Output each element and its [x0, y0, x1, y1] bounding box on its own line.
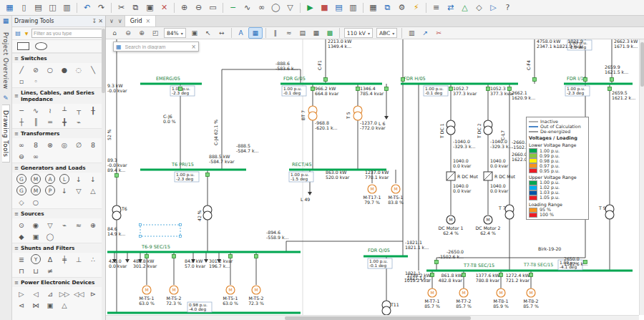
ellipse-tool[interactable]	[35, 42, 47, 50]
palette-icon[interactable]: ◦	[29, 75, 43, 87]
print-preview-icon[interactable]: ▥	[405, 28, 418, 38]
palette-icon[interactable]: △	[57, 299, 72, 311]
motor-tool-icon[interactable]: ◯	[269, 1, 283, 14]
selection-handle[interactable]	[140, 236, 142, 238]
pointer-icon[interactable]: ↖	[202, 28, 215, 38]
circuit-breaker[interactable]	[401, 78, 405, 82]
bus-tool-icon[interactable]: ─	[226, 1, 240, 14]
palette-icon[interactable]: ▽	[72, 185, 86, 196]
fit-diagram-icon[interactable]: ▣	[188, 28, 201, 38]
transformer[interactable]	[203, 211, 212, 220]
palette-icon[interactable]: 8	[86, 139, 100, 150]
section-header[interactable]: ≡Power Electronic Devices	[12, 277, 105, 287]
section-header[interactable]: ≡Generators and Loads	[12, 163, 105, 173]
section-toggle-icon[interactable]: ≡	[14, 246, 19, 251]
zoom-out-icon[interactable]: ⊖	[192, 1, 205, 14]
selection-mode-icon[interactable]: ▦	[248, 27, 263, 39]
load-arrow-icon[interactable]	[204, 259, 208, 263]
annotate-icon[interactable]: ✂	[432, 28, 445, 38]
selection-handle[interactable]	[140, 224, 142, 226]
selection-handle[interactable]	[180, 224, 182, 226]
report-icon[interactable]: ▥	[346, 1, 360, 14]
transformer[interactable]	[112, 211, 121, 220]
transformer[interactable]	[308, 112, 317, 120]
transformer[interactable]	[382, 306, 391, 315]
selection-rectangle[interactable]	[140, 225, 180, 236]
circuit-breaker[interactable]	[229, 255, 233, 258]
section-toggle-icon[interactable]: ≡	[14, 56, 19, 62]
section-toggle-icon[interactable]: ≡	[14, 280, 19, 286]
palette-icon[interactable]: ≈	[72, 219, 86, 231]
transformer[interactable]	[605, 210, 614, 219]
palette-icon[interactable]: ╱	[14, 64, 29, 75]
redo-icon[interactable]: ↷	[94, 1, 108, 14]
section-header[interactable]: ≡Switches	[12, 53, 105, 63]
results-table-icon[interactable]: ▤	[332, 1, 346, 14]
palette-icon[interactable]: ⊘	[29, 64, 43, 75]
palette-icon[interactable]: ⊔	[29, 265, 43, 276]
circuit-breaker[interactable]	[435, 261, 439, 264]
fit-view-icon[interactable]: ▭	[206, 1, 220, 14]
palette-icon[interactable]: ⊓	[14, 265, 29, 276]
palette-icon[interactable]: ≣	[14, 253, 29, 265]
circuit-breaker[interactable]	[508, 87, 512, 91]
palette-icon[interactable]: ▷	[14, 288, 29, 299]
palette-icon[interactable]: A	[43, 173, 57, 185]
palette-icon[interactable]: ↓	[72, 173, 86, 185]
grid-snap-icon[interactable]: ▦	[310, 28, 323, 38]
palette-icon[interactable]: Y	[29, 253, 43, 265]
palette-icon[interactable]: ▽	[43, 219, 57, 231]
section-header[interactable]: ≡Sources	[12, 208, 105, 218]
transformer[interactable]	[484, 126, 492, 135]
settings-icon[interactable]: ⚙	[395, 1, 409, 14]
selection-handle[interactable]	[180, 236, 182, 238]
palette-icon[interactable]: ∞	[14, 139, 29, 150]
palette-icon[interactable]: ⊖	[14, 150, 29, 162]
diagram-search-input[interactable]	[124, 44, 190, 50]
home-icon[interactable]: ⌂	[108, 28, 121, 38]
tab-drawing-tools[interactable]: Drawing Tools	[2, 105, 10, 163]
palette-icon[interactable]: ─	[14, 105, 29, 116]
compare-icon[interactable]: ⇄	[444, 1, 457, 14]
app-grid-icon[interactable]: ▦	[3, 1, 16, 14]
circuit-breaker[interactable]	[311, 87, 315, 91]
circuit-breaker[interactable]	[172, 255, 176, 258]
palette-icon[interactable]: ◉	[29, 219, 43, 231]
palette-icon[interactable]: ○	[43, 64, 57, 75]
vertical-scrollbar[interactable]	[639, 39, 644, 315]
zoom-in-icon[interactable]: ⊕	[177, 1, 191, 14]
palette-icon[interactable]: ◎	[57, 139, 72, 150]
copy-icon[interactable]: ⧉	[129, 1, 142, 14]
circuit-breaker[interactable]	[115, 174, 119, 178]
close-tab-icon[interactable]: ×	[146, 18, 151, 24]
zoom-out-icon[interactable]: ⊖	[122, 28, 135, 38]
close-search-icon[interactable]: ×	[191, 44, 196, 50]
palette-filter-input[interactable]	[31, 29, 103, 38]
section-toggle-icon[interactable]: ≡	[14, 131, 19, 137]
undo-icon[interactable]: ↶	[80, 1, 94, 14]
hscroll-thumb[interactable]	[285, 316, 471, 320]
transformer[interactable]	[353, 112, 362, 120]
palette-icon[interactable]: ⋈	[29, 299, 43, 311]
transformer[interactable]	[505, 210, 514, 219]
palette-icon[interactable]: ∴	[86, 253, 100, 265]
palette-icon[interactable]: G	[14, 173, 29, 185]
line-tool-icon[interactable]: ∿	[240, 1, 254, 14]
section-header[interactable]: ≡Transformers	[12, 128, 105, 138]
grid-view-icon[interactable]: ▦	[366, 1, 380, 14]
palette-icon[interactable]: ⌁	[72, 116, 86, 127]
palette-icon[interactable]: L	[57, 173, 72, 185]
diagram-canvas[interactable]: L 6L 49EMERG/051.00 p.u.-2.3 degFDR G/05…	[106, 39, 644, 320]
palette-icon[interactable]: ◯	[43, 231, 57, 242]
transformer[interactable]	[447, 126, 455, 135]
chevron-down-icon[interactable]: ∨	[107, 18, 116, 24]
load-arrow-icon[interactable]	[308, 192, 312, 195]
layers-icon[interactable]: ⧉	[381, 1, 394, 14]
run-calculation-icon[interactable]: ▶	[303, 1, 317, 14]
section-toggle-icon[interactable]: ≡	[14, 93, 19, 99]
list-view-icon[interactable]: ▤	[14, 30, 21, 37]
palette-icon[interactable]: ◆	[14, 231, 29, 242]
load-tool-icon[interactable]: ▽	[283, 1, 297, 14]
circuit-breaker[interactable]	[385, 87, 389, 91]
circuit-breaker[interactable]	[179, 87, 182, 91]
